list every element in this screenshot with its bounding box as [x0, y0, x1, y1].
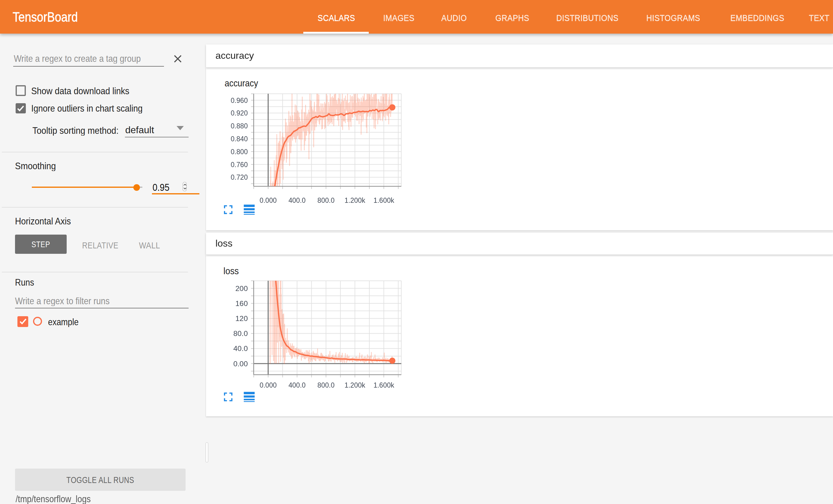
svg-text:0.760: 0.760	[231, 160, 248, 169]
svg-text:0.720: 0.720	[231, 173, 248, 181]
svg-text:1.200k: 1.200k	[344, 381, 365, 389]
svg-text:1.600k: 1.600k	[374, 196, 395, 204]
svg-text:0.960: 0.960	[231, 96, 248, 104]
svg-text:1.600k: 1.600k	[374, 381, 395, 389]
svg-text:40.0: 40.0	[233, 345, 248, 353]
svg-text:0.00: 0.00	[233, 360, 248, 368]
svg-text:200: 200	[235, 284, 248, 293]
svg-text:0.000: 0.000	[260, 381, 277, 389]
svg-text:0.800: 0.800	[231, 148, 248, 156]
svg-text:800.0: 800.0	[317, 196, 335, 204]
svg-text:400.0: 400.0	[289, 381, 306, 389]
svg-text:400.0: 400.0	[289, 196, 306, 204]
svg-text:0.920: 0.920	[231, 109, 248, 117]
svg-text:0.840: 0.840	[231, 135, 248, 143]
svg-text:800.0: 800.0	[317, 381, 335, 389]
svg-text:1.200k: 1.200k	[344, 196, 365, 204]
svg-text:120: 120	[235, 314, 248, 323]
svg-text:0.000: 0.000	[260, 196, 277, 204]
svg-text:80.0: 80.0	[233, 329, 248, 337]
svg-text:0.880: 0.880	[231, 122, 248, 130]
svg-text:160: 160	[235, 299, 248, 307]
